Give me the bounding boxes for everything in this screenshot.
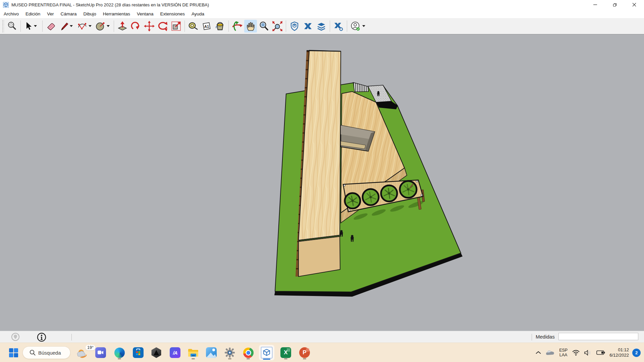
extension-warehouse-icon <box>303 21 313 31</box>
minimize-icon <box>593 3 597 7</box>
measurements-input[interactable] <box>558 333 638 340</box>
zoom-extents-tool-button[interactable] <box>271 20 284 33</box>
maximize-restore-button[interactable] <box>605 0 625 9</box>
offset-tool-button[interactable] <box>129 20 142 33</box>
running-indicator <box>228 358 231 359</box>
tape-measure-tool-button[interactable] <box>187 20 200 33</box>
tape-measure-icon <box>188 21 199 32</box>
app-design[interactable]: /A <box>168 345 182 360</box>
start-button[interactable] <box>6 345 21 360</box>
move-tool-button[interactable] <box>143 20 156 33</box>
text-tool-button[interactable]: A1 <box>200 20 213 33</box>
layers-tool-button[interactable] <box>315 20 328 33</box>
tray-wifi-button[interactable] <box>572 350 580 356</box>
app-excel[interactable]: X <box>278 345 293 360</box>
pan-tool-button[interactable] <box>244 20 257 33</box>
warehouse-3d-button[interactable] <box>288 20 301 33</box>
chrome-icon <box>243 348 254 358</box>
speaker-icon <box>584 350 592 356</box>
app-chrome[interactable] <box>241 345 256 360</box>
paint-bucket-tool-button[interactable] <box>214 20 226 33</box>
tray-volume-button[interactable] <box>584 350 592 356</box>
menu-extensiones[interactable]: Extensiones <box>160 11 185 16</box>
menu-ver[interactable]: Ver <box>47 11 54 16</box>
dark-3d-app-icon <box>151 347 162 358</box>
menu-herramientas[interactable]: Herramientas <box>103 11 130 16</box>
shapes-tool-button[interactable] <box>94 20 112 33</box>
app-powerpoint[interactable]: P <box>297 345 312 360</box>
running-indicator <box>303 358 306 359</box>
sketchup-logo-icon <box>3 2 9 8</box>
zoom-icon <box>259 21 269 31</box>
menu-ventana[interactable]: Ventana <box>137 11 154 16</box>
extension-warehouse-button[interactable] <box>302 20 314 33</box>
running-indicator <box>192 358 195 359</box>
tray-language-switcher[interactable]: ESPLAA <box>559 348 568 357</box>
edge-icon <box>114 348 125 358</box>
close-button[interactable] <box>625 0 644 9</box>
title-bar: MUSEO PREENTREGA FINAL - SketchUp Pro 20… <box>0 0 644 9</box>
zoom-tool-button[interactable] <box>258 20 270 33</box>
restore-icon <box>613 3 617 7</box>
toolbar-separator <box>42 20 43 32</box>
toolbar-separator <box>184 20 185 32</box>
photos-icon <box>206 347 217 358</box>
model-info-button[interactable] <box>37 333 46 343</box>
chevron-down-icon <box>362 25 365 27</box>
language-line1: ESP <box>559 348 568 353</box>
window-controls <box>586 0 644 9</box>
taskbar-search[interactable]: Búsqueda <box>22 346 70 359</box>
geolocation-button[interactable] <box>11 333 20 342</box>
app-microsoft-store[interactable] <box>131 345 146 360</box>
toolbar-separator <box>286 20 286 32</box>
app-file-explorer[interactable] <box>186 345 201 360</box>
statusbar-separator <box>71 334 72 341</box>
app-photos[interactable] <box>204 345 219 360</box>
line-tool-button[interactable] <box>58 20 75 33</box>
extension-manager-button[interactable] <box>332 20 345 33</box>
menu-archivo[interactable]: Archivo <box>4 11 19 16</box>
arc-tool-button[interactable] <box>76 20 94 33</box>
weather-widget[interactable]: 19° <box>76 346 95 360</box>
close-icon <box>632 3 636 7</box>
tray-clock[interactable]: 01:126/12/2022 <box>609 347 629 358</box>
move-icon <box>144 21 155 32</box>
3d-viewport[interactable] <box>0 34 644 331</box>
text-tool-label: A1 <box>204 24 209 28</box>
tray-onedrive-button[interactable] <box>546 350 554 356</box>
account-person-icon <box>350 21 361 32</box>
tray-battery-button[interactable] <box>596 350 605 355</box>
app-sketchup-active[interactable] <box>259 345 274 360</box>
notification-badge[interactable]: 2 <box>632 349 641 357</box>
rotate-tool-button[interactable] <box>156 20 169 33</box>
chevron-up-icon <box>536 351 541 354</box>
toolbar-drag-handle[interactable] <box>2 20 4 33</box>
excel-icon: X <box>280 347 291 358</box>
search-placeholder: Búsqueda <box>38 350 61 356</box>
measurements-label: Medidas <box>536 334 555 340</box>
app-settings[interactable] <box>222 345 237 360</box>
menu-edicion[interactable]: Edición <box>25 11 40 16</box>
app-edge[interactable] <box>112 345 127 360</box>
minimize-button[interactable] <box>586 0 605 9</box>
window-title: MUSEO PREENTREGA FINAL - SketchUp Pro 20… <box>11 2 209 7</box>
app-dark-3d[interactable] <box>149 345 164 360</box>
offset-icon <box>130 21 141 32</box>
model-tower <box>296 50 341 277</box>
menu-ayuda[interactable]: Ayuda <box>192 11 204 16</box>
push-pull-tool-button[interactable] <box>116 20 129 33</box>
3d-warehouse-icon <box>289 21 300 31</box>
orbit-tool-button[interactable] <box>231 20 244 33</box>
account-button[interactable] <box>349 20 367 33</box>
search-tool-button[interactable] <box>6 20 18 33</box>
app-chat[interactable] <box>93 345 108 360</box>
scale-icon <box>171 21 181 32</box>
taskbar: Búsqueda 19° /A <box>0 343 644 362</box>
select-tool-button[interactable] <box>23 20 40 33</box>
scale-tool-button[interactable] <box>170 20 182 33</box>
eraser-tool-button[interactable] <box>45 20 57 33</box>
paint-bucket-icon <box>215 21 225 32</box>
tray-chevron-button[interactable] <box>536 351 541 354</box>
menu-dibujo[interactable]: Dibujo <box>84 11 96 16</box>
menu-camara[interactable]: Cámara <box>61 11 77 16</box>
